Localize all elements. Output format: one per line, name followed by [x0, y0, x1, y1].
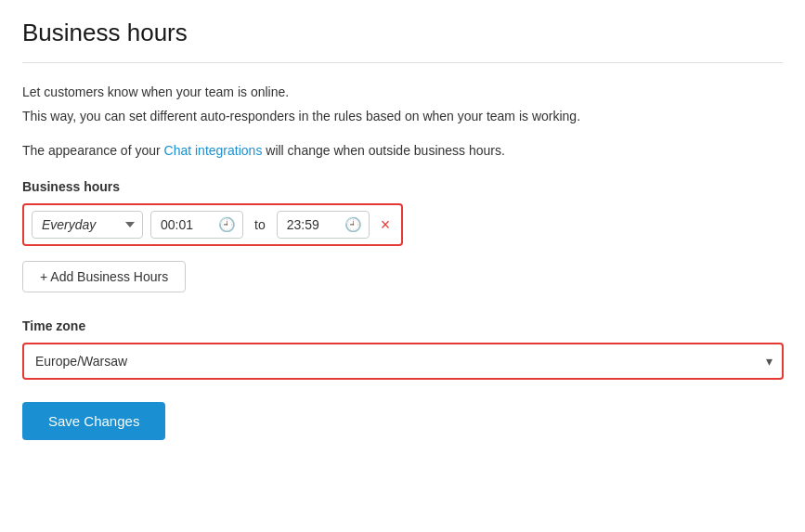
description-line1: Let customers know when your team is onl…: [22, 82, 783, 102]
time-to-wrapper: 🕘: [277, 211, 370, 239]
timezone-label: Time zone: [22, 318, 783, 333]
day-select[interactable]: Everyday Monday Tuesday Wednesday Thursd…: [32, 211, 143, 239]
time-to-input[interactable]: [277, 211, 370, 239]
save-changes-button[interactable]: Save Changes: [22, 402, 165, 440]
chat-integrations-link[interactable]: Chat integrations: [164, 143, 263, 158]
time-from-input[interactable]: [150, 211, 243, 239]
timezone-section: Time zone Europe/Warsaw UTC America/New_…: [22, 318, 783, 380]
to-label: to: [251, 217, 269, 232]
description-block: Let customers know when your team is onl…: [22, 82, 783, 161]
description-line2: This way, you can set different auto-res…: [22, 106, 783, 126]
timezone-select-wrapper: Europe/Warsaw UTC America/New_York Ameri…: [22, 343, 784, 380]
timezone-select[interactable]: Europe/Warsaw UTC America/New_York Ameri…: [22, 343, 784, 380]
remove-hours-button[interactable]: ×: [377, 216, 395, 233]
business-hours-label: Business hours: [22, 179, 783, 194]
add-business-hours-button[interactable]: + Add Business Hours: [22, 261, 186, 292]
description-line3-prefix: The appearance of your: [22, 143, 164, 158]
time-from-wrapper: 🕘: [150, 211, 243, 239]
page-title: Business hours: [22, 19, 783, 63]
business-hours-row: Everyday Monday Tuesday Wednesday Thursd…: [22, 203, 403, 246]
description-line3: The appearance of your Chat integrations…: [22, 140, 783, 161]
page-container: Business hours Let customers know when y…: [0, 0, 805, 459]
description-line3-suffix: will change when outside business hours.: [262, 143, 505, 158]
